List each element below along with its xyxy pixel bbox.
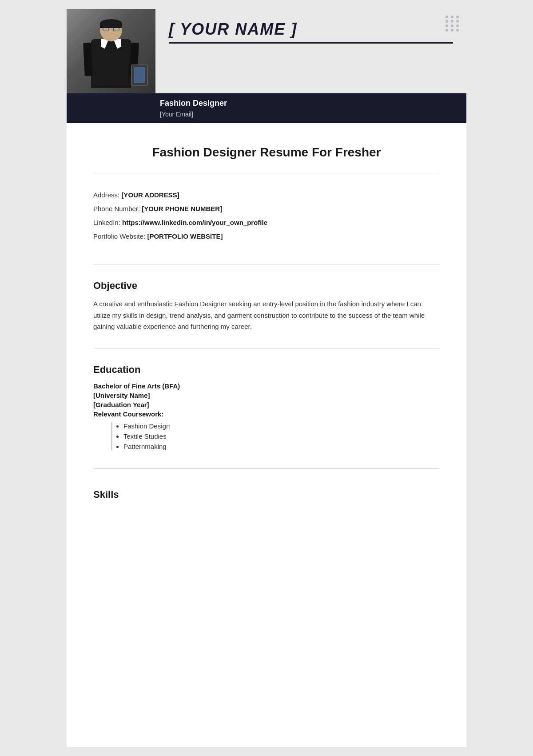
linkedin-label: LinkedIn:: [93, 219, 120, 226]
dot: [451, 24, 453, 27]
dot: [445, 20, 448, 23]
skills-section: Skills: [93, 480, 440, 505]
header-bottom: Fashion Designer [Your Email]: [67, 93, 466, 123]
phone-value: [YOUR PHONE NUMBER]: [142, 205, 222, 212]
contact-section: Address: [YOUR ADDRESS] Phone Number: [Y…: [93, 184, 440, 253]
phone-label: Phone Number:: [93, 205, 140, 212]
resume-main-title: Fashion Designer Resume For Fresher: [93, 145, 440, 160]
objective-heading: Objective: [93, 280, 440, 292]
profile-photo: [67, 9, 155, 93]
divider-2: [93, 264, 440, 264]
course-item-3: Patternmaking: [123, 443, 440, 450]
dot: [456, 20, 459, 23]
skills-heading: Skills: [93, 489, 440, 500]
coursework-list: Fashion Design Textile Studies Patternma…: [111, 422, 440, 450]
contact-address-row: Address: [YOUR ADDRESS]: [93, 191, 440, 199]
education-heading: Education: [93, 364, 440, 376]
course-item-1: Fashion Design: [123, 422, 440, 430]
header-top: [ YOUR NAME ]: [67, 9, 466, 93]
header-email: [Your Email]: [160, 111, 453, 118]
dot: [445, 24, 448, 27]
contact-phone-row: Phone Number: [YOUR PHONE NUMBER]: [93, 205, 440, 212]
education-university: [University Name]: [93, 392, 440, 399]
dot: [456, 29, 459, 32]
course-item-2: Textile Studies: [123, 432, 440, 440]
portfolio-label: Portfolio Website:: [93, 232, 145, 240]
dot: [456, 16, 459, 18]
objective-text: A creative and enthusiastic Fashion Desi…: [93, 298, 440, 332]
photo-placeholder: [67, 9, 155, 93]
resume-page: [ YOUR NAME ] Fashion Designer [Your Ema…: [67, 9, 466, 747]
objective-section: Objective A creative and enthusiastic Fa…: [93, 276, 440, 337]
resume-name: [ YOUR NAME ]: [169, 20, 453, 39]
address-value: [YOUR ADDRESS]: [121, 191, 179, 199]
education-year: [Graduation Year]: [93, 401, 440, 408]
courses-list: Fashion Design Textile Studies Patternma…: [121, 422, 440, 450]
contact-linkedin-row: LinkedIn: https://www.linkedin.com/in/yo…: [93, 219, 440, 226]
job-title: Fashion Designer: [160, 99, 453, 108]
education-coursework-label: Relevant Coursework:: [93, 410, 440, 418]
dot: [456, 24, 459, 27]
header-name-area: [ YOUR NAME ]: [155, 9, 466, 93]
dot: [451, 20, 453, 23]
divider-1: [93, 173, 440, 173]
dot: [451, 29, 453, 32]
divider-3: [93, 348, 440, 348]
portfolio-value: [PORTFOLIO WEBSITE]: [147, 232, 223, 240]
address-label: Address:: [93, 191, 119, 199]
dot: [451, 16, 453, 18]
name-separator: [169, 42, 453, 44]
education-degree: Bachelor of Fine Arts (BFA): [93, 382, 440, 390]
linkedin-value: https://www.linkedin.com/in/your_own_pro…: [122, 219, 267, 226]
contact-portfolio-row: Portfolio Website: [PORTFOLIO WEBSITE]: [93, 232, 440, 240]
dot: [445, 29, 448, 32]
main-content: Fashion Designer Resume For Fresher Addr…: [67, 123, 466, 518]
education-section: Education Bachelor of Fine Arts (BFA) [U…: [93, 360, 440, 457]
dot: [445, 16, 448, 18]
dots-decoration: [445, 16, 460, 32]
divider-4: [93, 468, 440, 469]
